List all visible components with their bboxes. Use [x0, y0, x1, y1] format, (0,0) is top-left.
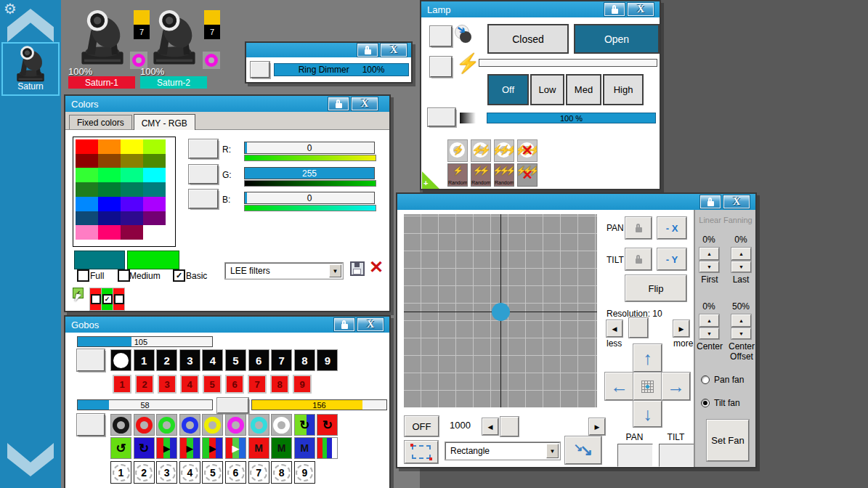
- gobo-index-slider[interactable]: 156: [251, 399, 387, 410]
- resolution-thumb[interactable]: [629, 318, 648, 338]
- gobo-effect-button[interactable]: M: [294, 437, 315, 459]
- color-swatch[interactable]: [76, 139, 98, 154]
- color-swatch[interactable]: [98, 182, 121, 197]
- gobo-shake-slot-button[interactable]: 5: [203, 375, 222, 394]
- gobo-effect-button[interactable]: ↻: [134, 437, 155, 459]
- gobo-slot-button[interactable]: 6: [248, 349, 269, 371]
- gobo-wheel2-button[interactable]: [271, 414, 292, 436]
- strobe-preset-button[interactable]: ⚡: [447, 139, 468, 162]
- gobo-slot-button[interactable]: 1: [134, 349, 155, 371]
- color-swatch[interactable]: [98, 139, 121, 154]
- lock-button[interactable]: [357, 44, 378, 57]
- fixture-name-bar[interactable]: Saturn-1: [68, 76, 135, 89]
- color-swatch[interactable]: [143, 211, 166, 226]
- gobo-wheel2-button[interactable]: ↻: [317, 414, 338, 436]
- color-swatch[interactable]: [143, 139, 166, 154]
- lock-button[interactable]: [334, 318, 354, 331]
- color-swatch[interactable]: [121, 197, 143, 211]
- shortcut-button[interactable]: [77, 349, 105, 371]
- flip-button[interactable]: Flip: [625, 275, 686, 301]
- gobo-wheel2-button[interactable]: ↻: [294, 414, 315, 436]
- gobo-wheel2-button[interactable]: [248, 414, 269, 436]
- gobo-effect-button[interactable]: ▶: [225, 437, 246, 459]
- position-grid[interactable]: [404, 214, 597, 407]
- gobo-wheel2-button[interactable]: [110, 414, 131, 436]
- nudge-left-button[interactable]: ←: [605, 373, 633, 400]
- gobo-shake-slot-button[interactable]: 4: [180, 375, 199, 394]
- apply-shape-button[interactable]: ↘ ↘: [565, 436, 601, 464]
- strobe-rate-bar[interactable]: [479, 59, 657, 67]
- tab-fixed-colors[interactable]: Fixed colors: [69, 115, 132, 129]
- save-icon[interactable]: [350, 261, 365, 276]
- shortcut-button[interactable]: [77, 414, 105, 436]
- filter-select[interactable]: LEE filters ▼: [225, 263, 343, 279]
- resolution-less-button[interactable]: ◀: [607, 320, 622, 337]
- gobo-slot-button[interactable]: 9: [317, 349, 338, 371]
- gobo-shake-slot-button[interactable]: 3: [158, 375, 177, 394]
- checkbox-full[interactable]: [77, 269, 89, 282]
- strobe-preset-button[interactable]: ⚡⚡: [471, 139, 491, 162]
- tilt-lock-button[interactable]: [625, 248, 652, 270]
- color-swatch[interactable]: [121, 154, 143, 168]
- close-button[interactable]: X: [352, 97, 378, 110]
- resize-handle[interactable]: +: [422, 171, 439, 189]
- gobo-shake-button[interactable]: 7: [248, 461, 269, 484]
- color-swatch[interactable]: [76, 211, 98, 226]
- invert-y-button[interactable]: - Y: [657, 248, 686, 270]
- close-button[interactable]: X: [723, 195, 750, 208]
- color-swatch[interactable]: [98, 154, 121, 168]
- shortcut-button[interactable]: [430, 57, 452, 77]
- color-swatch[interactable]: [98, 225, 121, 240]
- gobo-shake-button[interactable]: 4: [179, 461, 200, 484]
- gobo-wheel2-button[interactable]: [202, 414, 223, 436]
- color-swatch[interactable]: [143, 182, 166, 197]
- nudge-down-button[interactable]: ↓: [633, 401, 662, 427]
- fan-first-down-button[interactable]: ▼: [699, 261, 719, 272]
- gobo-wheel2-button[interactable]: [134, 414, 155, 436]
- pan-lock-button[interactable]: [625, 217, 652, 239]
- color-swatch[interactable]: [121, 168, 143, 182]
- strobe-preset-button[interactable]: ⚡⚡⚡: [494, 139, 514, 162]
- gobo-shake-slot-button[interactable]: 6: [225, 375, 244, 394]
- gobo-rotation-slider[interactable]: 58: [77, 399, 213, 410]
- channel-shortcut-button[interactable]: [189, 165, 218, 184]
- strobe-off-button[interactable]: Off: [487, 74, 529, 105]
- gobo-open-button[interactable]: [110, 349, 131, 371]
- color-swatch[interactable]: [121, 139, 143, 154]
- ring-dimmer-bar[interactable]: Ring Dimmer 100%: [274, 63, 409, 76]
- color-swatch[interactable]: [143, 154, 166, 168]
- speed-thumb[interactable]: [500, 417, 519, 436]
- gobo-effect-button[interactable]: M: [271, 437, 292, 459]
- radio-tilt-fan[interactable]: [701, 399, 710, 407]
- gobo-wheel2-button[interactable]: [179, 414, 200, 436]
- fixture-thumb[interactable]: 100% Saturn-2: [140, 6, 207, 89]
- gobo-shake-slot-button[interactable]: 1: [113, 375, 131, 394]
- color-enable-checkbox[interactable]: ✓: [102, 294, 113, 304]
- gobo-shake-button[interactable]: 9: [294, 461, 315, 484]
- resolution-more-button[interactable]: ▶: [673, 320, 689, 337]
- color-swatch[interactable]: [121, 225, 143, 240]
- color-swatch[interactable]: [76, 182, 98, 197]
- random-strobe-button[interactable]: ⚡Random: [447, 163, 468, 187]
- gobo-effect-button[interactable]: ↺: [110, 437, 131, 459]
- strobe-high-button[interactable]: High: [603, 74, 644, 105]
- gobo-slot-button[interactable]: 8: [294, 349, 315, 371]
- fan-offset-up-button[interactable]: ▲: [731, 314, 751, 327]
- lock-button[interactable]: [700, 195, 721, 208]
- cmy-swatch[interactable]: [74, 251, 125, 269]
- gobo-effect-button[interactable]: M: [248, 437, 269, 459]
- gobo-slot-button[interactable]: 4: [202, 349, 223, 371]
- random-strobe-button[interactable]: ⚡⚡Random: [471, 163, 491, 187]
- shortcut-button[interactable]: [430, 26, 452, 46]
- off-button[interactable]: OFF: [405, 416, 439, 436]
- lamp-dimmer-bar[interactable]: 100 %: [487, 113, 656, 123]
- color-swatch[interactable]: [76, 154, 98, 168]
- speed-left-button[interactable]: ◀: [482, 418, 498, 435]
- shortcut-button[interactable]: [217, 398, 248, 413]
- invert-x-button[interactable]: - X: [657, 217, 686, 239]
- fixture-ring-icon[interactable]: [203, 52, 220, 69]
- gobo-shake-slot-button[interactable]: 7: [248, 375, 267, 394]
- color-enable-checkbox[interactable]: [91, 294, 101, 304]
- shutter-open-button[interactable]: Open: [574, 24, 660, 54]
- random-strobe-button[interactable]: ⚡⚡⚡Random: [494, 163, 514, 187]
